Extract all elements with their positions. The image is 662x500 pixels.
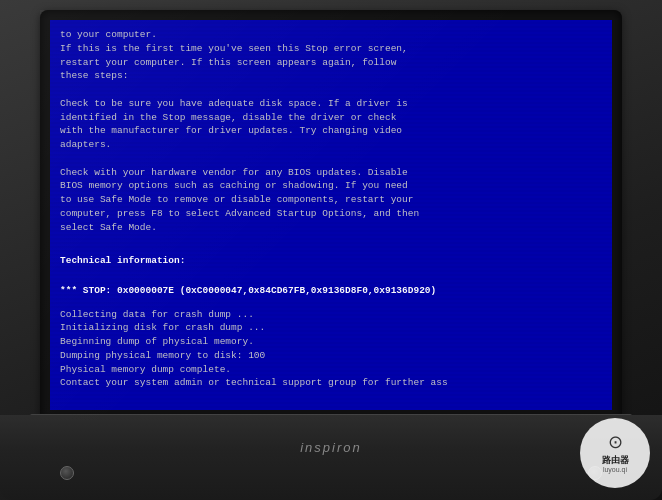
laptop-brand: inspiron xyxy=(300,440,362,455)
bsod-stop-code: *** STOP: 0x0000007E (0xC0000047,0x84CD6… xyxy=(60,284,602,298)
bsod-line6: Check to be sure you have adequate disk … xyxy=(60,97,602,111)
beginning-line: Beginning dump of physical memory. xyxy=(60,335,602,349)
watermark-text-en: luyou.qi xyxy=(603,466,627,474)
laptop-body: to your computer. If this is the first t… xyxy=(0,0,662,500)
physical-complete-line: Physical memory dump complete. xyxy=(60,363,602,377)
bsod-line14: computer, press F8 to select Advanced St… xyxy=(60,207,602,221)
laptop-bottom: inspiron xyxy=(0,415,662,500)
bsod-line7: identified in the Stop message, disable … xyxy=(60,111,602,125)
bsod-line15: select Safe Mode. xyxy=(60,221,602,235)
bsod-line12: BIOS memory options such as caching or s… xyxy=(60,179,602,193)
bsod-line2: If this is the first time you've seen th… xyxy=(60,42,602,56)
bsod-screen: to your computer. If this is the first t… xyxy=(50,20,612,410)
bsod-line4: these steps: xyxy=(60,69,602,83)
scene: to your computer. If this is the first t… xyxy=(0,0,662,500)
dumping-line: Dumping physical memory to disk: 100 xyxy=(60,349,602,363)
bsod-line13: to use Safe Mode to remove or disable co… xyxy=(60,193,602,207)
bsod-line3: restart your computer. If this screen ap… xyxy=(60,56,602,70)
watermark-text-cn: 路由器 xyxy=(602,455,629,466)
bsod-line9: adapters. xyxy=(60,138,602,152)
screen-bezel: to your computer. If this is the first t… xyxy=(40,10,622,420)
bsod-technical-label: Technical information: xyxy=(60,254,602,268)
screw-left xyxy=(60,466,74,480)
collecting-line: Collecting data for crash dump ... xyxy=(60,308,602,322)
bsod-line1: to your computer. xyxy=(60,28,602,42)
contact-line: Contact your system admin or technical s… xyxy=(60,376,602,390)
watermark-icon: ⊙ xyxy=(608,431,623,453)
initializing-line: Initializing disk for crash dump ... xyxy=(60,321,602,335)
bsod-collecting: Collecting data for crash dump ... Initi… xyxy=(60,308,602,391)
bsod-line8: with the manufacturer for driver updates… xyxy=(60,124,602,138)
watermark: ⊙ 路由器 luyou.qi xyxy=(580,418,650,488)
bsod-line11: Check with your hardware vendor for any … xyxy=(60,166,602,180)
